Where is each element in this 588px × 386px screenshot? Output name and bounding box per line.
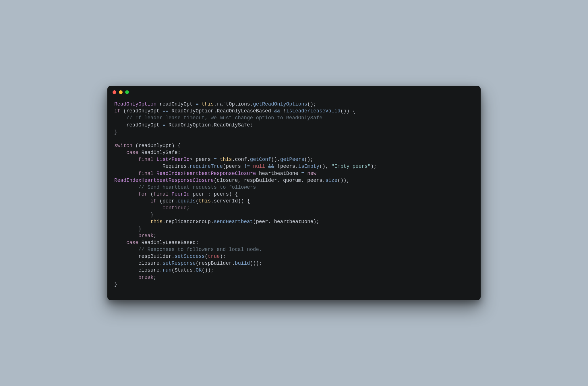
code-line: closure.setResponse(respBuilder.build())… [114, 260, 262, 266]
code-line: Requires.requireTrue(peers != null && !p… [114, 163, 377, 169]
code-line: switch (readOnlyOpt) { [114, 143, 181, 149]
code-line: if (readOnlyOpt == ReadOnlyOption.ReadOn… [114, 108, 355, 114]
code-line: // Responses to followers and local node… [114, 247, 262, 252]
code-line: break; [114, 274, 156, 280]
code-line: } [114, 212, 154, 218]
code-window: ReadOnlyOption readOnlyOpt = this.raftOp… [107, 86, 481, 300]
code-line: } [114, 281, 117, 287]
code-line: // If leader lease timeout, we must chan… [114, 115, 322, 121]
code-line: closure.run(Status.OK()); [114, 267, 214, 273]
minimize-icon[interactable] [119, 90, 123, 94]
code-line: if (peer.equals(this.serverId)) { [114, 198, 250, 204]
code-line: respBuilder.setSuccess(true); [114, 254, 226, 259]
window-titlebar [107, 86, 481, 98]
code-line: case ReadOnlySafe: [114, 150, 181, 155]
code-line: ReadIndexHeartbeatResponseClosure(closur… [114, 178, 349, 183]
code-line: readOnlyOpt = ReadOnlyOption.ReadOnlySaf… [114, 122, 253, 128]
code-line: // Send heartbeat requests to followers [114, 184, 256, 190]
code-line: continue; [114, 205, 190, 211]
code-line: } [114, 129, 117, 135]
code-line: for (final PeerId peer : peers) { [114, 191, 238, 197]
code-line: break; [114, 233, 156, 239]
code-line: case ReadOnlyLeaseBased: [114, 240, 199, 245]
code-line: final List<PeerId> peers = this.conf.get… [114, 157, 313, 162]
close-icon[interactable] [113, 90, 116, 94]
code-area: ReadOnlyOption readOnlyOpt = this.raftOp… [107, 98, 481, 300]
code-line: ReadOnlyOption readOnlyOpt = this.raftOp… [114, 101, 316, 107]
code-line: } [114, 226, 142, 232]
code-line: final ReadIndexHeartbeatResponseClosure … [114, 171, 316, 176]
code-line: this.replicatorGroup.sendHeartbeat(peer,… [114, 219, 319, 225]
maximize-icon[interactable] [125, 90, 129, 94]
